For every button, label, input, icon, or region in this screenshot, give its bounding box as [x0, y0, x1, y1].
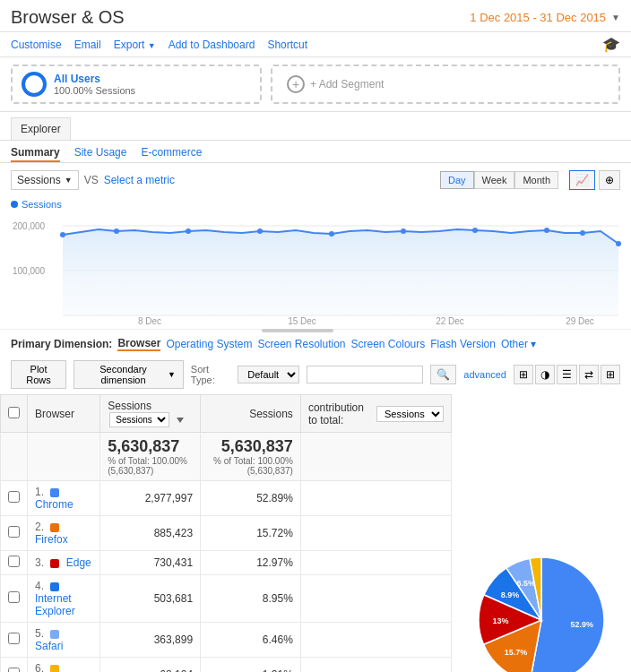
view-buttons: ⊞ ◑ ☰ ⇄ ⊞: [514, 365, 620, 384]
dim-screen-colours[interactable]: Screen Colours: [351, 338, 426, 350]
dim-other[interactable]: Other ▾: [501, 338, 536, 350]
table-search-input[interactable]: [307, 366, 423, 383]
day-button[interactable]: Day: [440, 171, 474, 189]
sessions-label: Sessions: [17, 174, 61, 186]
row-checkbox-cell[interactable]: [1, 516, 28, 551]
table-row: 6. Opera 68,104 1.21%: [1, 658, 452, 673]
browser-link[interactable]: Internet Explorer: [35, 592, 75, 617]
row-checkbox-cell[interactable]: [1, 658, 28, 673]
row-checkbox[interactable]: [8, 591, 20, 603]
customise-link[interactable]: Customise: [11, 39, 62, 51]
explorer-tab-button[interactable]: Explorer: [11, 117, 71, 140]
dim-flash[interactable]: Flash Version: [430, 338, 496, 350]
svg-point-14: [580, 230, 585, 236]
svg-text:22 Dec: 22 Dec: [436, 316, 464, 326]
select-metric-link[interactable]: Select a metric: [104, 174, 175, 186]
add-segment-button[interactable]: + + Add Segment: [271, 65, 620, 104]
browser-link[interactable]: Firefox: [35, 533, 68, 546]
vs-label: VS: [84, 174, 99, 186]
dim-browser[interactable]: Browser: [117, 337, 160, 351]
sessions-legend-dot: [11, 201, 18, 208]
row-checkbox[interactable]: [8, 668, 20, 672]
date-range[interactable]: 1 Dec 2015 - 31 Dec 2015 ▼: [470, 11, 620, 24]
svg-point-6: [60, 232, 65, 237]
browser-color-dot: [50, 630, 59, 639]
row-checkbox[interactable]: [8, 633, 20, 644]
sessions-column-header[interactable]: Sessions Sessions: [100, 395, 201, 433]
all-users-segment[interactable]: All Users 100.00% Sessions: [11, 65, 262, 104]
sessions-dropdown-icon: ▼: [65, 176, 73, 185]
total-sessions2-main: 5,630,837: [208, 437, 293, 456]
line-chart: 200,000 100,000: [11, 210, 620, 329]
secondary-dimension-button[interactable]: Secondary dimension ▼: [73, 360, 184, 389]
month-button[interactable]: Month: [514, 171, 558, 189]
row-rank-browser: 6. Opera: [28, 658, 100, 673]
row-rank: 4.: [35, 580, 44, 592]
sort-type-select[interactable]: Default: [238, 366, 299, 383]
plot-rows-button[interactable]: Plot Rows: [11, 360, 66, 389]
row-checkbox[interactable]: [8, 556, 20, 567]
all-users-label: All Users: [54, 73, 135, 85]
tab-ecommerce[interactable]: E-commerce: [141, 146, 202, 162]
svg-text:100,000: 100,000: [13, 266, 46, 276]
list-view-button[interactable]: ☰: [557, 365, 577, 384]
add-to-dashboard-link[interactable]: Add to Dashboard: [169, 39, 255, 51]
row-contribution: [300, 623, 451, 658]
row-contribution: [300, 551, 451, 575]
date-range-dropdown-icon[interactable]: ▼: [611, 13, 620, 22]
svg-point-13: [544, 228, 549, 233]
sessions-type-select[interactable]: Sessions: [109, 412, 169, 427]
pivot-view-button[interactable]: ⇄: [579, 365, 599, 384]
row-checkbox-cell[interactable]: [1, 481, 28, 516]
time-buttons: Day Week Month: [440, 171, 558, 189]
data-table: Browser Sessions Sessions Sessions contr…: [0, 394, 452, 672]
tab-summary[interactable]: Summary: [11, 146, 60, 162]
row-checkbox-cell[interactable]: [1, 551, 28, 575]
tab-site-usage[interactable]: Site Usage: [74, 146, 127, 162]
row-checkbox[interactable]: [8, 491, 20, 503]
custom-view-button[interactable]: ⊞: [601, 365, 620, 384]
svg-marker-5: [63, 229, 618, 315]
select-all-checkbox[interactable]: [8, 407, 20, 418]
row-contribution: [300, 516, 451, 551]
search-button[interactable]: 🔍: [430, 365, 456, 384]
sessions-sort-arrow[interactable]: [177, 418, 184, 423]
row-checkbox[interactable]: [8, 526, 20, 538]
comparison-view-button[interactable]: ◑: [535, 365, 555, 384]
all-users-sub: 100.00% Sessions: [54, 85, 135, 96]
row-sessions: 2,977,997: [100, 481, 201, 516]
row-rank: 3.: [35, 556, 44, 569]
week-button[interactable]: Week: [474, 171, 515, 189]
grid-view-button[interactable]: ⊞: [514, 365, 533, 384]
row-checkbox-cell[interactable]: [1, 623, 28, 658]
row-rank-browser: 4. Internet Explorer: [28, 575, 100, 623]
email-link[interactable]: Email: [74, 39, 101, 51]
all-users-donut-icon: [22, 72, 47, 97]
sessions2-column-header: Sessions: [201, 395, 301, 433]
contribution-select[interactable]: Sessions: [376, 406, 444, 422]
add-segment-icon: +: [287, 75, 305, 93]
sessions-dropdown[interactable]: Sessions ▼: [11, 170, 79, 190]
row-sessions-pct: 8.95%: [201, 575, 301, 623]
row-rank: 1.: [35, 486, 44, 498]
chart-controls: Sessions ▼ VS Select a metric Day Week M…: [0, 163, 631, 190]
line-chart-button[interactable]: 📈: [569, 170, 595, 190]
pie-label: 8.9%: [501, 590, 520, 599]
row-sessions: 363,899: [100, 623, 201, 658]
dim-os[interactable]: Operating System: [166, 338, 252, 350]
export-dropdown-icon[interactable]: ▼: [148, 41, 156, 50]
browser-link[interactable]: Edge: [66, 556, 91, 569]
select-all-header[interactable]: [1, 395, 28, 433]
advanced-link[interactable]: advanced: [463, 369, 506, 380]
dim-screen-res[interactable]: Screen Resolution: [257, 338, 345, 350]
export-link[interactable]: Export ▼: [114, 39, 156, 51]
chart-area: Sessions 200,000 100,000: [0, 190, 631, 329]
row-checkbox-cell[interactable]: [1, 575, 28, 623]
browser-link[interactable]: Safari: [35, 640, 63, 652]
pie-chart-button[interactable]: ⊕: [599, 170, 620, 190]
data-table-section: Browser Sessions Sessions Sessions contr…: [0, 394, 452, 672]
table-row: 4. Internet Explorer 503,681 8.95%: [1, 575, 452, 623]
table-row: 1. Chrome 2,977,997 52.89%: [1, 481, 452, 516]
shortcut-link[interactable]: Shortcut: [267, 39, 307, 51]
browser-link[interactable]: Chrome: [35, 498, 73, 511]
